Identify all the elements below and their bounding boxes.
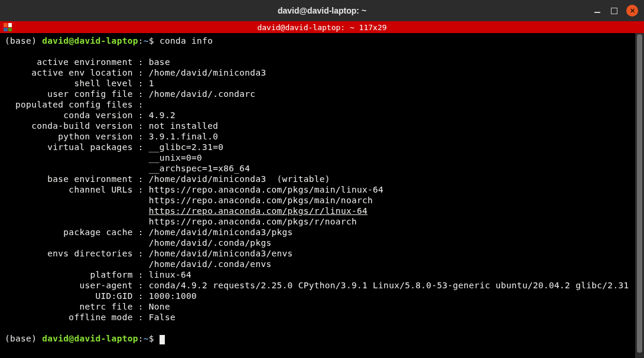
cursor <box>160 335 165 344</box>
terminal-output[interactable]: (base) david@david-laptop:~$ conda info … <box>0 33 635 358</box>
maximize-icon[interactable] <box>610 6 618 15</box>
terminal-area: (base) david@david-laptop:~$ conda info … <box>0 33 644 358</box>
close-icon[interactable] <box>626 5 638 17</box>
terminal-window: david@david-laptop: ~ david@david-laptop… <box>0 0 644 358</box>
scrollbar-thumb[interactable] <box>637 34 642 353</box>
window-controls <box>593 5 638 17</box>
terminal-tabbar[interactable]: david@david-laptop: ~ 117x29 <box>0 21 644 33</box>
minimize-icon[interactable] <box>593 6 601 15</box>
terminal-app-icon <box>4 23 12 31</box>
tab-label: david@david-laptop: ~ 117x29 <box>257 23 386 32</box>
window-title: david@david-laptop: ~ <box>278 6 366 15</box>
window-titlebar[interactable]: david@david-laptop: ~ <box>0 0 644 21</box>
scrollbar[interactable] <box>635 33 644 358</box>
